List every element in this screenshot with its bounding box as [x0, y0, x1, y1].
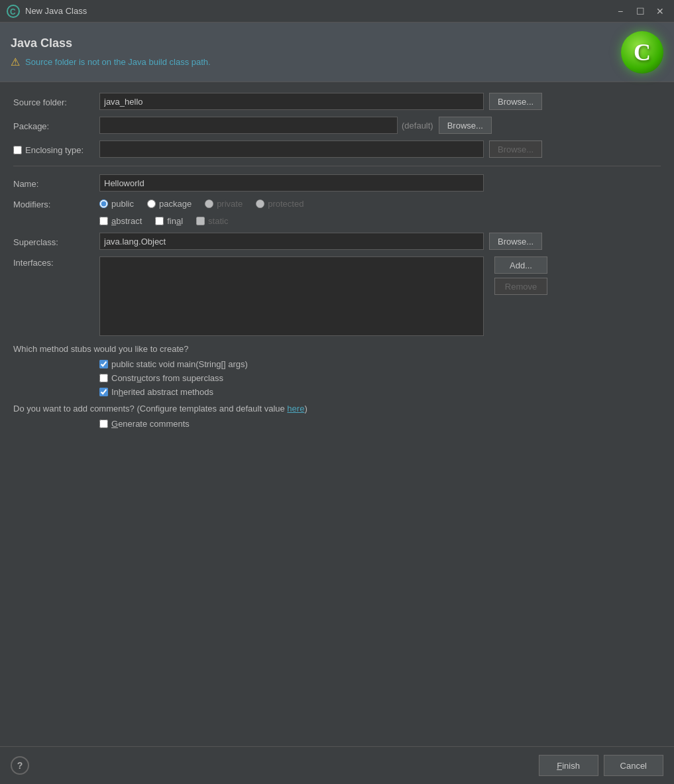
radio-public-input[interactable] [99, 199, 108, 208]
comments-items: Generate comments [99, 419, 661, 429]
stubs-question: Which method stubs would you like to cre… [13, 344, 661, 354]
warning-icon: ⚠ [11, 56, 20, 68]
radio-private: private [205, 199, 243, 209]
header-warning: ⚠ Source folder is not on the Java build… [11, 56, 211, 68]
header-logo: C [621, 31, 663, 74]
radio-protected: protected [256, 199, 304, 209]
source-folder-browse-button[interactable]: Browse... [489, 93, 542, 110]
package-label: Package: [13, 120, 99, 131]
radio-group: public package private protected [99, 199, 304, 209]
app-icon: C [7, 5, 20, 18]
superclass-input[interactable]: java.lang.Object [99, 233, 484, 250]
interfaces-buttons: Add... Remove [489, 256, 547, 295]
source-folder-input[interactable]: java_hello [99, 93, 484, 110]
separator-1 [13, 166, 661, 166]
comments-question-prefix: Do you want to add comments? (Configure … [13, 404, 287, 414]
footer-buttons: Finish Cancel [539, 755, 663, 776]
enclosing-browse-button[interactable]: Browse... [489, 140, 542, 158]
abstract-label: abstract [111, 216, 142, 226]
warning-text: Source folder is not on the Java build c… [25, 57, 211, 67]
modifiers-row: Modifiers: public package private protec… [13, 198, 661, 209]
generate-comments-checkbox[interactable] [99, 420, 108, 428]
superclass-row: Superclass: java.lang.Object Browse... [13, 233, 661, 250]
static-label: static [208, 216, 228, 226]
superclass-browse-button[interactable]: Browse... [489, 233, 542, 250]
comments-here-link[interactable]: here [287, 404, 304, 414]
stub-constructors-checkbox[interactable] [99, 374, 108, 382]
stub-inherited-label[interactable]: Inherited abstract methods [99, 387, 661, 397]
modifier-checkboxes-row: abstract final static [99, 216, 661, 226]
radio-public-label: public [111, 199, 134, 209]
stub-inherited-text: Inherited abstract methods [111, 387, 213, 397]
comments-question: Do you want to add comments? (Configure … [13, 404, 661, 414]
package-input[interactable] [99, 117, 398, 134]
enclosing-type-checkbox[interactable] [13, 146, 22, 154]
stub-inherited-checkbox[interactable] [99, 388, 108, 396]
radio-protected-input [256, 199, 264, 208]
modifiers-label: Modifiers: [13, 198, 99, 209]
modifiers-radio-group: public package private protected [99, 199, 304, 209]
abstract-checkbox-label[interactable]: abstract [99, 216, 142, 226]
package-default-text: (default) [402, 121, 433, 131]
svg-text:C: C [10, 7, 16, 17]
final-label: final [167, 216, 183, 226]
interfaces-row: Interfaces: Add... Remove [13, 256, 661, 336]
radio-package[interactable]: package [147, 199, 192, 209]
comments-question-suffix: ) [304, 404, 307, 414]
add-interface-button[interactable]: Add... [494, 256, 547, 274]
interfaces-box [99, 256, 484, 336]
window-title: New Java Class [25, 6, 613, 16]
minimize-button[interactable]: − [613, 4, 628, 19]
stub-main-label[interactable]: public static void main(String[] args) [99, 359, 661, 369]
generate-comments-label[interactable]: Generate comments [99, 419, 661, 429]
dialog-header: Java Class ⚠ Source folder is not on the… [0, 23, 674, 82]
cancel-button[interactable]: Cancel [604, 755, 663, 776]
source-folder-label: Source folder: [13, 96, 99, 107]
logo-circle: C [621, 31, 663, 74]
stub-main-checkbox[interactable] [99, 360, 108, 368]
dialog-body: Source folder: java_hello Browse... Pack… [0, 82, 674, 746]
radio-package-label: package [159, 199, 192, 209]
name-row: Name: Helloworld [13, 174, 661, 192]
dialog-footer: ? Finish Cancel [0, 746, 674, 784]
window-controls: − ☐ ✕ [613, 4, 667, 19]
stubs-items: public static void main(String[] args) C… [99, 359, 661, 397]
close-button[interactable]: ✕ [653, 4, 667, 19]
radio-public[interactable]: public [99, 199, 134, 209]
enclosing-type-input[interactable] [99, 140, 484, 158]
radio-package-input[interactable] [147, 199, 156, 208]
title-bar: C New Java Class − ☐ ✕ [0, 0, 674, 23]
enclosing-type-row: Enclosing type: Browse... [13, 140, 661, 158]
maximize-button[interactable]: ☐ [633, 4, 647, 19]
generate-comments-text: Generate comments [111, 419, 190, 429]
static-checkbox [196, 217, 205, 225]
enclosing-type-label[interactable]: Enclosing type: [25, 145, 84, 155]
logo-letter: C [634, 38, 651, 66]
help-button[interactable]: ? [11, 756, 29, 775]
final-checkbox[interactable] [155, 217, 164, 225]
static-checkbox-label: static [196, 216, 228, 226]
name-label: Name: [13, 178, 99, 189]
finish-button[interactable]: Finish [539, 755, 598, 776]
enclosing-type-label-group: Enclosing type: [13, 144, 99, 155]
remove-interface-button[interactable]: Remove [494, 278, 547, 295]
package-browse-button[interactable]: Browse... [439, 117, 492, 134]
interfaces-label: Interfaces: [13, 256, 99, 268]
name-input[interactable]: Helloworld [99, 174, 484, 192]
stub-constructors-text: Constructors from superclass [111, 373, 223, 383]
radio-private-input [205, 199, 213, 208]
header-left: Java Class ⚠ Source folder is not on the… [11, 36, 211, 68]
package-row: Package: (default) Browse... [13, 117, 661, 134]
stub-constructors-label[interactable]: Constructors from superclass [99, 373, 661, 383]
superclass-label: Superclass: [13, 236, 99, 247]
abstract-checkbox[interactable] [99, 217, 108, 225]
dialog-title: Java Class [11, 36, 211, 50]
radio-protected-label: protected [268, 199, 304, 209]
final-checkbox-label[interactable]: final [155, 216, 183, 226]
radio-private-label: private [217, 199, 243, 209]
source-folder-row: Source folder: java_hello Browse... [13, 93, 661, 110]
package-input-group: (default) [99, 117, 433, 134]
stub-main-text: public static void main(String[] args) [111, 359, 248, 369]
